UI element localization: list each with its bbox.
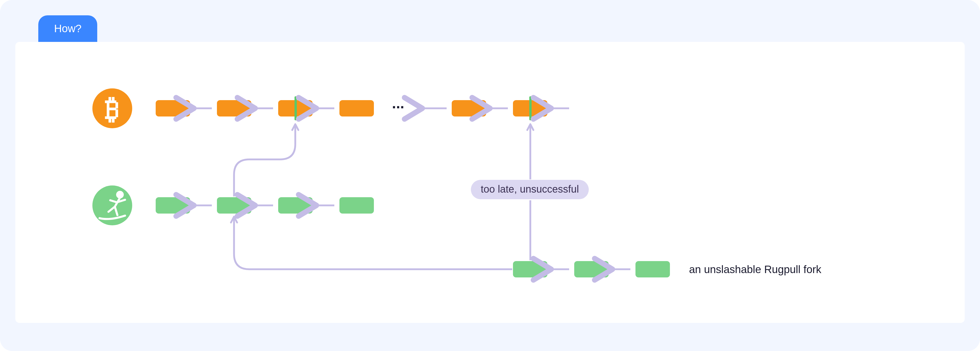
fork-block-1 (513, 261, 547, 278)
slipping-person-icon (92, 185, 132, 225)
fork-back-arrow (234, 219, 512, 269)
btc-block-4 (339, 100, 374, 116)
btc-block-2 (217, 100, 251, 116)
rug-block-3 (278, 197, 313, 214)
diagram-svg: ₿ ··· (15, 42, 965, 323)
fork-label: an unslashable Rugpull fork (689, 263, 821, 275)
commit-arrow-1 (234, 126, 295, 196)
bitcoin-icon: ₿ (92, 88, 132, 128)
fork-block-3 (635, 261, 670, 278)
ellipsis: ··· (392, 99, 404, 115)
rug-block-1 (156, 197, 190, 214)
btc-block-5 (452, 100, 486, 116)
tab-how: How? (38, 15, 97, 42)
fork-block-2 (574, 261, 609, 278)
rug-block-2 (217, 197, 251, 214)
btc-block-1 (156, 100, 190, 116)
tab-bar: How? (15, 15, 965, 42)
svg-text:₿: ₿ (105, 93, 119, 124)
rug-block-4 (339, 197, 374, 214)
checkpoint-tick-2 (529, 96, 531, 120)
badge-text: too late, unsuccessful (481, 183, 579, 195)
diagram-card: ₿ ··· (15, 42, 965, 323)
svg-point-9 (117, 192, 123, 198)
checkpoint-tick-1 (294, 96, 297, 120)
slide-container: How? ₿ (0, 0, 980, 351)
